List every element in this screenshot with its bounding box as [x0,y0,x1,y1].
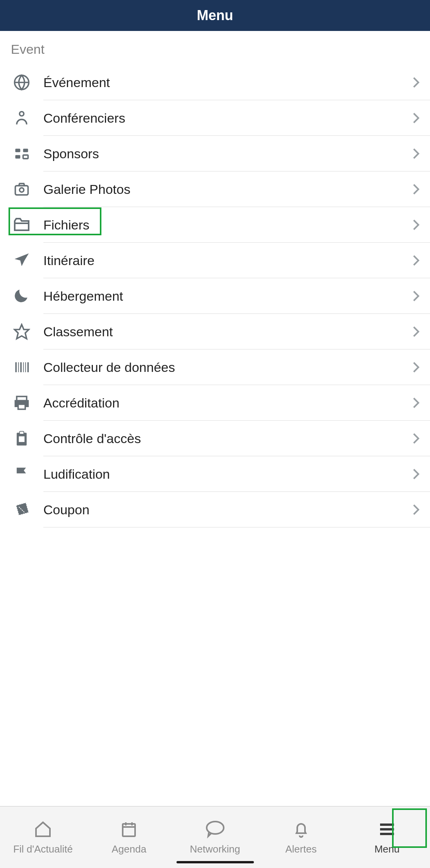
svg-point-1 [20,112,24,116]
barcode-icon [11,359,33,376]
menu-item-hebergement[interactable]: z Hébergement [0,278,430,314]
menu-item-classement[interactable]: Classement [0,314,430,349]
tab-fil-actualite[interactable]: Fil d'Actualité [0,806,86,868]
app-header: Menu [0,0,430,31]
tab-networking[interactable]: Networking [172,806,258,868]
header-title: Menu [197,7,233,24]
menu-item-collecteur-donnees[interactable]: Collecteur de données [0,349,430,385]
tab-agenda[interactable]: Agenda [86,806,172,868]
calendar-icon [120,819,138,839]
svg-rect-22 [123,824,135,836]
menu-item-ludification[interactable]: Ludification [0,456,430,492]
tab-label: Alertes [285,843,317,855]
menu-item-label: Contrôle d'accès [33,431,411,446]
svg-rect-2 [15,149,21,152]
plane-icon [11,252,33,269]
tab-menu[interactable]: Menu [344,806,430,868]
chevron-right-icon [411,219,430,231]
star-icon [11,323,33,340]
section-label: Event [0,42,430,65]
menu-item-label: Accréditation [33,395,411,411]
menu-item-label: Collecteur de données [33,360,411,375]
menu-item-controle-acces[interactable]: Contrôle d'accès [0,421,430,456]
menu-item-label: Ludification [33,467,411,482]
svg-rect-3 [23,149,28,152]
printer-icon [11,394,33,411]
svg-rect-15 [27,362,29,372]
menu-item-galerie-photos[interactable]: Galerie Photos [0,171,430,207]
menu-item-label: Coupon [33,502,411,517]
tab-bar-wrapper: Fil d'Actualité Agenda Networking Alerte… [0,806,430,868]
svg-rect-4 [15,155,21,159]
tab-label: Networking [190,843,240,855]
chevron-right-icon [411,147,430,160]
svg-rect-5 [23,155,28,159]
menu-item-label: Sponsors [33,146,411,161]
tab-bar: Fil d'Actualité Agenda Networking Alerte… [0,806,430,868]
svg-rect-6 [15,186,28,195]
flag-icon [11,466,33,483]
person-icon [11,110,33,127]
svg-rect-13 [23,362,24,372]
menu-item-coupon[interactable]: Coupon [0,492,430,527]
chevron-right-icon [411,397,430,409]
chevron-right-icon [411,76,430,89]
grid-icon [11,145,33,162]
menu-item-label: Galerie Photos [33,182,411,197]
moon-icon: z [11,288,33,305]
tab-label: Fil d'Actualité [13,843,73,855]
ticket-icon [11,501,33,518]
svg-rect-11 [18,362,19,372]
menu-item-label: Hébergement [33,289,411,304]
svg-rect-21 [19,437,25,442]
menu-item-itineraire[interactable]: Itinéraire [0,243,430,278]
svg-rect-12 [20,362,22,372]
menu-item-label: Classement [33,324,411,339]
chevron-right-icon [411,361,430,373]
chevron-right-icon [411,503,430,516]
chevron-right-icon [411,290,430,302]
menu-item-accreditation[interactable]: Accréditation [0,385,430,421]
home-icon [34,819,52,839]
chevron-right-icon [411,183,430,195]
svg-point-7 [20,188,24,192]
menu-item-fichiers[interactable]: Fichiers [0,207,430,243]
bell-icon [292,819,310,839]
chevron-right-icon [411,112,430,124]
globe-icon [11,74,33,91]
menu-item-label: Conférenciers [33,111,411,126]
menu-list: Événement Conférenciers Sponsors [0,65,430,527]
tab-label: Menu [374,843,399,855]
menu-item-evenement[interactable]: Événement [0,65,430,100]
menu-item-conferenciers[interactable]: Conférenciers [0,100,430,136]
svg-rect-10 [15,362,17,372]
tab-alertes[interactable]: Alertes [258,806,344,868]
menu-item-label: Fichiers [33,217,411,233]
svg-marker-9 [15,325,29,339]
svg-rect-14 [25,362,26,372]
menu-item-label: Événement [33,75,411,90]
content-area: Event Événement Conférenciers [0,31,430,527]
clipboard-icon [11,430,33,447]
menu-item-sponsors[interactable]: Sponsors [0,136,430,171]
menu-icon [377,819,397,839]
chevron-right-icon [411,468,430,480]
camera-icon [11,181,33,198]
svg-text:z: z [23,289,26,294]
chevron-right-icon [411,325,430,338]
menu-item-label: Itinéraire [33,253,411,268]
home-indicator [176,861,254,863]
chevron-right-icon [411,254,430,267]
chat-icon [205,819,225,839]
tab-label: Agenda [111,843,146,855]
chevron-right-icon [411,432,430,445]
svg-rect-18 [18,404,25,409]
folder-icon [11,216,33,233]
svg-rect-20 [20,431,24,434]
